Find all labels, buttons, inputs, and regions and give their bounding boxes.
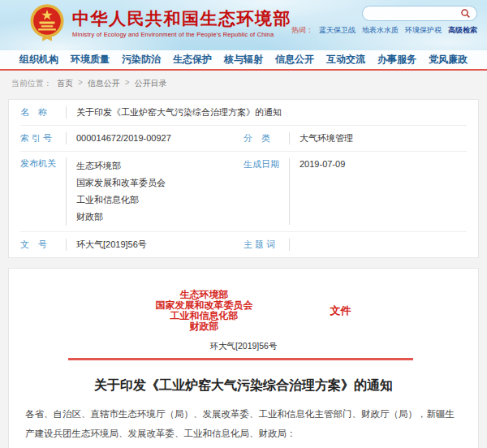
issuer-value: 工业和信息化部 (76, 192, 166, 209)
field-divider (289, 158, 290, 225)
info-row-docnum-subject: 文 号 环大气[2019]56号 主 题 词 (20, 232, 467, 257)
field-divider (66, 157, 67, 226)
brand-text: 中华人民共和国生态环境部 Ministry of Ecology and Env… (72, 8, 291, 38)
category-value: 大气环境管理 (300, 132, 353, 144)
hot-word-link[interactable]: 地表水水质 (362, 25, 399, 36)
hot-words-list: 蓝天保卫战地表水水质环境保护税高级检索 (319, 25, 477, 36)
letterhead-divider (68, 358, 413, 360)
field-divider (66, 239, 67, 251)
main-nav: 组织机构环境质量污染防治生态保护核与辐射信息公开互动交流办事服务党风廉政 (0, 50, 487, 71)
subject-label: 主 题 词 (244, 239, 286, 251)
brand[interactable]: 中华人民共和国生态环境部 Ministry of Ecology and Env… (29, 3, 291, 42)
name-value: 关于印发《工业炉窑大气污染综合治理方案》的通知 (76, 106, 282, 118)
hot-word-link[interactable]: 高级检索 (448, 25, 477, 36)
issuer-label: 发布机关 (20, 157, 62, 170)
hot-words-bar: 热词： 蓝天保卫战地表水水质环境保护税高级检索 (291, 25, 477, 36)
breadcrumb-link[interactable]: 首页 (57, 78, 73, 89)
hot-word-link[interactable]: 蓝天保卫战 (319, 25, 356, 36)
field-divider (289, 239, 290, 251)
search-input[interactable] (368, 9, 460, 18)
info-card: 名 称 关于印发《工业炉窑大气污染综合治理方案》的通知 索 引 号 000014… (8, 99, 479, 258)
nav-list: 组织机构环境质量污染防治生态保护核与辐射信息公开互动交流办事服务党风廉政 (0, 50, 487, 69)
breadcrumb-label: 当前位置： (11, 78, 52, 89)
index-value: 000014672/2019-00927 (76, 132, 171, 144)
nav-item[interactable]: 组织机构 (19, 50, 58, 69)
hot-word-link[interactable]: 环境保护税 (405, 25, 442, 36)
breadcrumb-items: 首页>信息公开>公开目录> (57, 78, 167, 89)
site-subtitle: Ministry of Ecology and Environment of t… (72, 31, 291, 38)
document-letterhead: 生态环境部国家发展和改革委员会工业和信息化部财政部 文件 (35, 290, 472, 332)
info-row-name: 名 称 关于印发《工业炉窑大气污染综合治理方案》的通知 (20, 100, 467, 126)
date-value: 2019-07-09 (300, 158, 345, 170)
nav-item[interactable]: 党风廉政 (429, 50, 468, 69)
nav-item[interactable]: 污染防治 (122, 50, 161, 69)
document-title: 关于印发《工业炉窑大气污染综合治理方案》的通知 (25, 377, 462, 394)
national-emblem-icon (29, 3, 65, 42)
breadcrumb-separator: > (125, 78, 130, 89)
docnum-value: 环大气[2019]56号 (76, 239, 147, 251)
field-divider (66, 106, 67, 118)
index-label: 索 引 号 (20, 132, 62, 144)
breadcrumb-link[interactable]: 公开目录 (135, 78, 167, 89)
search-box (362, 6, 477, 21)
document-paragraph: 现将《工业炉窑大气污染综合治理方案》印发给你们，请遵照执行。 (25, 443, 462, 448)
nav-item[interactable]: 互动交流 (326, 50, 365, 69)
info-row-issuer-date: 发布机关 生态环境部国家发展和改革委员会工业和信息化部财政部 生成日期 2019… (20, 152, 467, 232)
hot-words-label: 热词： (291, 25, 313, 36)
letterhead-issuer-line: 财政部 (156, 321, 253, 332)
nav-item[interactable]: 核与辐射 (224, 50, 263, 69)
site-title: 中华人民共和国生态环境部 (72, 8, 291, 29)
nav-item[interactable]: 信息公开 (275, 50, 314, 69)
field-divider (66, 132, 67, 144)
site-header: 中华人民共和国生态环境部 Ministry of Ecology and Env… (0, 0, 487, 50)
letterhead-suffix: 文件 (330, 304, 351, 318)
category-label: 分 类 (244, 132, 286, 144)
nav-item[interactable]: 办事服务 (377, 50, 416, 69)
document-paragraph: 各省、自治区、直辖市生态环境厅（局）、发展改革委、工业和信息化主管部门、财政厅（… (25, 404, 462, 443)
issuer-value: 生态环境部 (76, 157, 166, 174)
name-label: 名 称 (20, 106, 62, 118)
issuer-value: 财政部 (76, 209, 166, 226)
docnum-label: 文 号 (20, 239, 62, 251)
issuer-value: 国家发展和改革委员会 (76, 174, 166, 192)
breadcrumb: 当前位置： 首页>信息公开>公开目录> (0, 71, 487, 94)
date-label: 生成日期 (244, 158, 286, 170)
issuer-values: 生态环境部国家发展和改革委员会工业和信息化部财政部 (76, 157, 166, 226)
document-number: 环大气[2019]56号 (25, 341, 462, 352)
letterhead-issuers: 生态环境部国家发展和改革委员会工业和信息化部财政部 (156, 290, 253, 332)
nav-item[interactable]: 环境质量 (71, 50, 110, 69)
field-divider (289, 132, 290, 144)
document-card: 生态环境部国家发展和改革委员会工业和信息化部财政部 文件 环大气[2019]56… (8, 268, 479, 448)
nav-item[interactable]: 生态保护 (173, 50, 212, 69)
search-icon[interactable] (460, 8, 471, 19)
breadcrumb-separator: > (78, 78, 83, 89)
breadcrumb-link[interactable]: 信息公开 (88, 78, 120, 89)
document-body: 各省、自治区、直辖市生态环境厅（局）、发展改革委、工业和信息化主管部门、财政厅（… (25, 404, 462, 448)
info-row-index-category: 索 引 号 000014672/2019-00927 分 类 大气环境管理 (20, 126, 467, 152)
